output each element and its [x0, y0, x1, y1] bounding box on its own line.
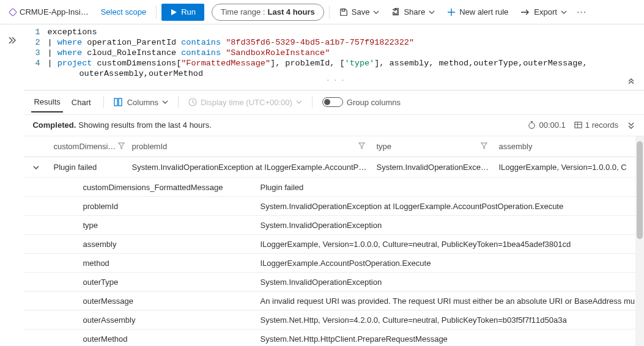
line-number [26, 68, 47, 79]
detail-value: System.InvalidOperationException at ILog… [255, 202, 644, 211]
top-toolbar: CRMUE-App-Insi… Select scope Run Time ra… [0, 0, 644, 24]
line-number: 3 [26, 48, 47, 58]
scope-name: CRMUE-App-Insi… [20, 7, 89, 17]
display-time-button: Display time (UTC+00:00) [188, 98, 302, 107]
detail-key: outerAssembly [24, 315, 255, 325]
detail-row[interactable]: outerTypeSystem.InvalidOperationExceptio… [24, 273, 644, 292]
editor-line: 2| where operation_ParentId contains "8f… [26, 37, 644, 48]
detail-value: System.InvalidOperationException [255, 221, 644, 230]
time-range-value: Last 4 hours [267, 7, 314, 17]
line-number: 4 [26, 58, 47, 68]
play-icon [170, 9, 177, 16]
time-range-pill[interactable]: Time range : Last 4 hours [212, 4, 324, 21]
header-type[interactable]: type [371, 142, 494, 151]
columns-button[interactable]: Columns [114, 98, 168, 107]
detail-key: outerType [24, 278, 255, 287]
chevron-down-icon [296, 99, 302, 105]
chevron-down-icon [32, 164, 40, 171]
detail-row[interactable]: outerAssemblySystem.Net.Http, Version=4.… [24, 311, 644, 329]
run-button[interactable]: Run [161, 4, 204, 21]
detail-key: type [24, 221, 255, 230]
svg-rect-0 [342, 9, 344, 11]
separator [312, 96, 313, 108]
clock-icon [188, 98, 197, 106]
separator [156, 6, 157, 19]
scope-diamond-icon [9, 7, 17, 16]
new-alert-label: New alert rule [459, 7, 508, 17]
editor-line: 3| where cloud_RoleInstance contains "Sa… [26, 48, 644, 58]
status-row: Completed. Showing results from the last… [24, 115, 644, 137]
results-toolbar: Results Chart Columns Display time (UTC+… [24, 90, 644, 115]
filter-icon[interactable] [358, 142, 371, 151]
svg-rect-2 [119, 98, 122, 106]
left-rail [0, 24, 24, 346]
plus-icon [447, 8, 456, 17]
table-header: customDimensi… problemId type assembly [24, 136, 644, 157]
share-button[interactable]: Share [387, 4, 440, 21]
select-scope-link[interactable]: Select scope [96, 4, 151, 21]
code: | where cloud_RoleInstance contains "San… [47, 48, 644, 58]
table-row[interactable]: Plugin failed System.InvalidOperationExc… [24, 157, 644, 178]
detail-value: System.InvalidOperationException [255, 278, 644, 287]
scrollbar-thumb[interactable] [637, 141, 643, 239]
detail-key: assembly [24, 240, 255, 249]
header-problemid[interactable]: problemId [127, 142, 371, 151]
columns-label: Columns [127, 98, 158, 107]
detail-row[interactable]: outerMethodSystem.Net.Http.HttpClient.Pr… [24, 329, 644, 346]
detail-row[interactable]: customDimensions_FormattedMessagePlugin … [24, 178, 644, 197]
tab-results[interactable]: Results [31, 92, 62, 112]
filter-icon[interactable] [481, 142, 494, 151]
chevron-double-down-icon [627, 121, 635, 130]
expand-rail-button[interactable] [7, 35, 17, 47]
save-label: Save [352, 7, 370, 17]
vertical-scrollbar[interactable] [635, 136, 644, 346]
editor-line: 1exceptions [26, 27, 644, 37]
collapse-editor-button[interactable] [627, 76, 635, 87]
detail-key: problemId [24, 202, 255, 211]
export-icon [520, 8, 530, 17]
more-button[interactable]: ··· [574, 4, 589, 21]
header-assembly[interactable]: assembly [494, 142, 644, 151]
scope-indicator[interactable]: CRMUE-App-Insi… [5, 4, 94, 21]
detail-value: An invalid request URI was provided. The… [255, 296, 644, 306]
detail-row[interactable]: typeSystem.InvalidOperationException [24, 216, 644, 235]
detail-row[interactable]: problemIdSystem.InvalidOperationExceptio… [24, 197, 644, 216]
chevron-down-icon [162, 99, 168, 105]
detail-row[interactable]: methodILoggerExample.AccountPostOperatio… [24, 254, 644, 273]
chevron-down-icon [429, 9, 435, 15]
save-button[interactable]: Save [335, 4, 385, 21]
code: outerAssembly,outerMethod [47, 68, 644, 79]
editor-ellipsis: · · · [26, 79, 644, 85]
editor-line: 4| project customDimensions["FormattedMe… [26, 58, 644, 68]
status-text: Showing results from the last 4 hours. [78, 120, 212, 130]
detail-key: method [24, 259, 255, 268]
toggle-icon [322, 97, 343, 107]
status-lead: Completed. [32, 120, 76, 130]
time-range-label: Time range : [221, 7, 265, 17]
tab-chart[interactable]: Chart [69, 93, 94, 112]
code: | where operation_ParentId contains "8fd… [47, 37, 644, 48]
separator [103, 96, 104, 108]
detail-row[interactable]: outerMessageAn invalid request URI was p… [24, 292, 644, 311]
separator [178, 96, 179, 108]
group-columns-label: Group columns [347, 98, 401, 107]
svg-rect-5 [575, 122, 582, 128]
chevron-down-icon [561, 9, 567, 15]
cell: System.InvalidOperationExce… [371, 163, 494, 172]
tab-chart-label: Chart [72, 98, 91, 107]
expand-results-button[interactable] [627, 121, 635, 130]
tab-results-label: Results [34, 97, 60, 106]
new-alert-button[interactable]: New alert rule [442, 4, 513, 21]
header-customdimensions[interactable]: customDimensi… [48, 142, 127, 151]
query-editor[interactable]: 1exceptions2| where operation_ParentId c… [24, 24, 644, 90]
detail-row[interactable]: assemblyILoggerExample, Version=1.0.0.0,… [24, 235, 644, 254]
svg-point-4 [529, 123, 535, 128]
save-icon [339, 8, 348, 17]
export-button[interactable]: Export [516, 4, 572, 21]
svg-rect-1 [114, 98, 117, 106]
filter-icon[interactable] [118, 142, 127, 151]
group-columns-toggle[interactable]: Group columns [322, 97, 401, 107]
line-number: 1 [26, 27, 47, 37]
record-count: 1 records [574, 120, 618, 130]
row-expand-button[interactable] [24, 164, 48, 171]
